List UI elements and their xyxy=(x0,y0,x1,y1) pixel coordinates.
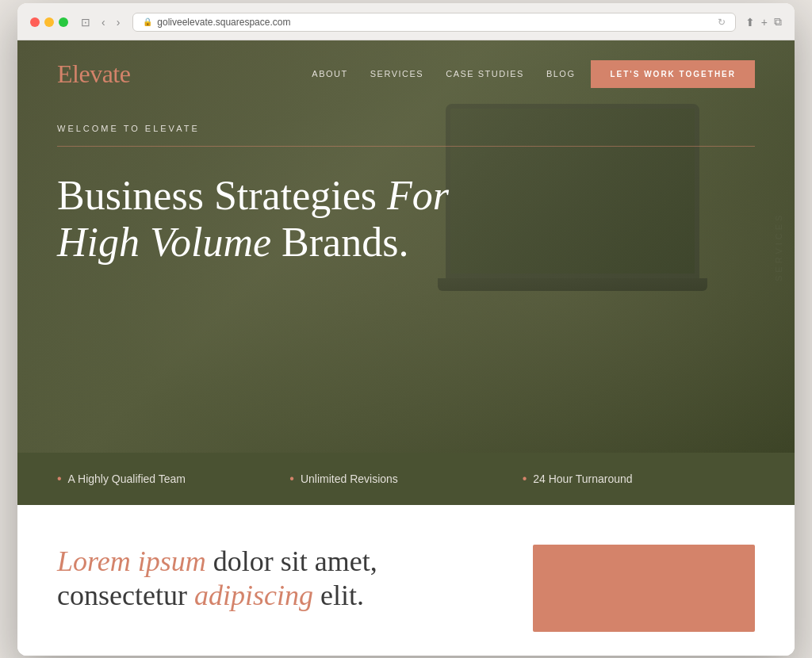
main-navigation: Elevate ABOUT SERVICES CASE STUDIES BLOG… xyxy=(17,40,795,108)
below-text-4: elit. xyxy=(313,580,364,611)
url-text: goliveelevate.squarespace.com xyxy=(157,17,290,28)
below-italic-2: adipiscing xyxy=(194,580,313,611)
headline-text-1: Business Strategies xyxy=(57,173,387,218)
lock-icon: 🔒 xyxy=(143,17,152,26)
hero-wrapper: Elevate ABOUT SERVICES CASE STUDIES BLOG… xyxy=(17,40,795,453)
windows-icon[interactable]: ⧉ xyxy=(774,15,782,29)
hero-divider xyxy=(57,146,755,147)
site-logo[interactable]: Elevate xyxy=(57,59,296,89)
refresh-icon[interactable]: ↻ xyxy=(718,17,726,28)
traffic-lights xyxy=(30,17,68,27)
nav-about[interactable]: ABOUT xyxy=(312,69,347,78)
cta-button[interactable]: LET'S WORK TOGETHER xyxy=(591,60,755,88)
below-italic-text: Lorem ipsum xyxy=(57,545,206,577)
hero-content: WELCOME TO ELEVATE Business Strategies F… xyxy=(17,108,795,307)
below-text-3: consectetur xyxy=(57,580,194,611)
feature-dot-2: • xyxy=(289,472,294,486)
nav-blog[interactable]: BLOG xyxy=(546,69,576,78)
feature-qualified-team: • A Highly Qualified Team xyxy=(57,472,289,486)
below-image-block xyxy=(533,545,755,632)
feature-dot-1: • xyxy=(57,472,62,486)
share-icon[interactable]: ⬆ xyxy=(745,16,755,29)
below-fold-text: Lorem ipsum dolor sit amet, consectetur … xyxy=(57,545,501,613)
browser-chrome: ⊡ ‹ › 🔒 goliveelevate.squarespace.com ↻ … xyxy=(17,3,795,40)
browser-controls: ⊡ ‹ › xyxy=(78,14,123,30)
hero-section: Elevate ABOUT SERVICES CASE STUDIES BLOG… xyxy=(17,40,795,453)
maximize-button[interactable] xyxy=(59,17,68,27)
close-button[interactable] xyxy=(30,17,40,27)
feature-revisions: • Unlimited Revisions xyxy=(289,472,522,486)
nav-case-studies[interactable]: CASE STUDIES xyxy=(446,69,524,78)
feature-dot-3: • xyxy=(523,472,527,486)
headline-text-3: Brands. xyxy=(271,220,408,265)
sidebar-toggle-icon[interactable]: ⊡ xyxy=(78,14,94,30)
below-text-2: dolor sit amet, xyxy=(206,545,377,577)
forward-button[interactable]: › xyxy=(113,14,124,30)
address-bar[interactable]: 🔒 goliveelevate.squarespace.com ↻ xyxy=(132,13,735,32)
below-fold-section: Lorem ipsum dolor sit amet, consectetur … xyxy=(17,505,795,656)
new-tab-icon[interactable]: + xyxy=(761,16,768,29)
nav-services[interactable]: SERVICES xyxy=(370,69,423,78)
website-content: Elevate ABOUT SERVICES CASE STUDIES BLOG… xyxy=(17,40,795,656)
feature-label-1: A Highly Qualified Team xyxy=(68,472,186,485)
back-button[interactable]: ‹ xyxy=(98,14,109,30)
browser-window: ⊡ ‹ › 🔒 goliveelevate.squarespace.com ↻ … xyxy=(17,3,795,656)
nav-links: ABOUT SERVICES CASE STUDIES BLOG xyxy=(312,69,575,78)
hero-headline: Business Strategies For High Volume Bran… xyxy=(57,172,485,267)
features-bar: • A Highly Qualified Team • Unlimited Re… xyxy=(17,453,795,505)
feature-turnaround: • 24 Hour Turnaround xyxy=(523,472,755,486)
browser-actions: ⬆ + ⧉ xyxy=(745,15,782,29)
feature-label-3: 24 Hour Turnaround xyxy=(533,472,632,485)
below-headline: Lorem ipsum dolor sit amet, consectetur … xyxy=(57,545,501,613)
headline-italic-1: For xyxy=(387,173,449,218)
minimize-button[interactable] xyxy=(44,17,54,27)
headline-italic-2: High Volume xyxy=(57,220,271,265)
feature-label-2: Unlimited Revisions xyxy=(301,472,398,485)
hero-eyebrow: WELCOME TO ELEVATE xyxy=(57,124,755,133)
